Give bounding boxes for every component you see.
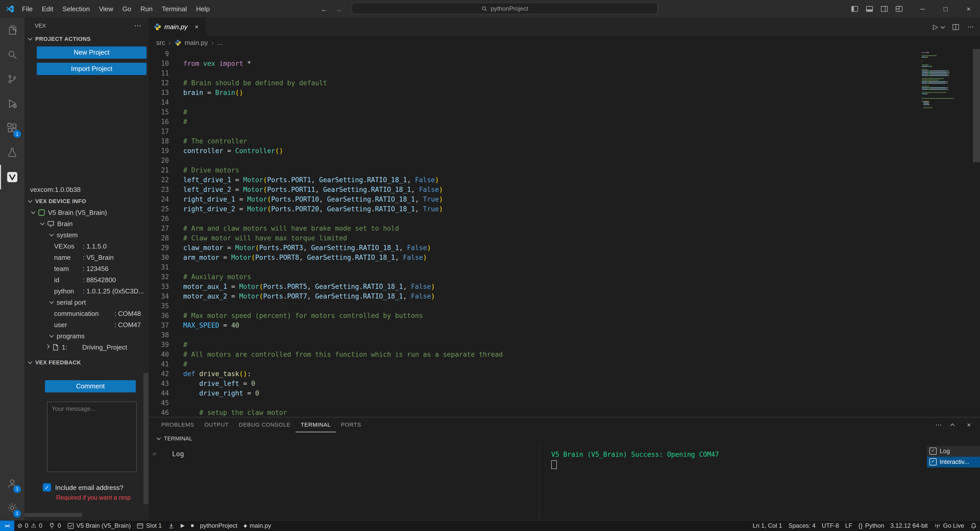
sidebar-horizontal-scrollbar[interactable]	[24, 513, 82, 517]
minimize-button[interactable]: ─	[911, 0, 934, 18]
code-line-32[interactable]: 32# Auxilary motors	[148, 272, 920, 282]
code-line-29[interactable]: 29claw_motor = Motor(Ports.PORT3, GearSe…	[148, 243, 920, 253]
split-editor-icon[interactable]	[952, 23, 959, 30]
code-line-43[interactable]: 43 drive_left = 0	[148, 379, 920, 388]
code-line-42[interactable]: 42def drive_task():	[148, 369, 920, 379]
tree-kv-communication[interactable]: communication: COM48	[24, 308, 148, 319]
vex-extension-icon[interactable]	[0, 165, 24, 189]
code-line-19[interactable]: 19controller = Controller()	[148, 146, 920, 156]
code-line-40[interactable]: 40# All motors are controlled from this …	[148, 350, 920, 359]
code-line-38[interactable]: 38	[148, 330, 920, 340]
code-line-12[interactable]: 12# Brain should be defined by default	[148, 78, 920, 88]
terminal-session-log[interactable]: ✓Log	[927, 446, 980, 456]
code-line-16[interactable]: 16#	[148, 117, 920, 127]
panel-tab-debug-console[interactable]: DEBUG CONSOLE	[234, 417, 296, 432]
code-line-18[interactable]: 18# The controller	[148, 136, 920, 146]
tree-kv-vexos[interactable]: VEXos: 1.1.5.0	[24, 240, 148, 251]
search-view-icon[interactable]	[0, 42, 24, 67]
indentation-status[interactable]: Spaces: 4	[785, 520, 819, 531]
project-name-status[interactable]: pythonProject	[197, 520, 240, 531]
panel-tab-ports[interactable]: PORTS	[336, 417, 366, 432]
code-line-45[interactable]: 45	[148, 398, 920, 408]
section-vex-device-info[interactable]: VEX DEVICE INFO	[24, 196, 148, 207]
download-program-button[interactable]	[165, 520, 178, 531]
terminal-section-header[interactable]: TERMINAL	[148, 432, 980, 445]
tree-kv-user[interactable]: user: COM47	[24, 319, 148, 330]
tree-node-programs[interactable]: programs	[24, 330, 148, 342]
panel-tab-problems[interactable]: PROBLEMS	[156, 417, 199, 432]
menu-go[interactable]: Go	[118, 5, 136, 13]
menu-selection[interactable]: Selection	[58, 5, 94, 13]
source-control-icon[interactable]	[0, 67, 24, 91]
vex-device-status[interactable]: V5 Brain (V5_Brain)	[64, 520, 134, 531]
panel-tab-terminal[interactable]: TERMINAL	[296, 417, 336, 432]
code-line-15[interactable]: 15#	[148, 107, 920, 117]
import-project-button[interactable]: Import Project	[37, 63, 146, 75]
breadcrumb-symbol[interactable]: ...	[217, 38, 223, 46]
code-line-41[interactable]: 41#	[148, 359, 920, 369]
run-python-file-button[interactable]: ▷	[933, 23, 944, 30]
run-program-button[interactable]: ▶	[178, 520, 188, 531]
settings-gear-icon[interactable]: 1	[0, 495, 24, 520]
code-line-27[interactable]: 27# Arm and claw motors will have brake …	[148, 224, 920, 233]
forward-icon[interactable]: →	[335, 5, 342, 13]
extensions-icon[interactable]: 1	[0, 116, 24, 140]
remote-indicator[interactable]: ><	[0, 520, 14, 531]
code-line-11[interactable]: 11	[148, 68, 920, 78]
python-interpreter-status[interactable]: 3.12.12 64-bit	[887, 520, 931, 531]
close-panel-icon[interactable]: ×	[967, 421, 971, 428]
editor-more-actions-icon[interactable]: ⋯	[967, 23, 974, 30]
new-project-button[interactable]: New Project	[37, 46, 146, 59]
notifications-bell-icon[interactable]	[967, 520, 980, 531]
menu-edit[interactable]: Edit	[37, 5, 58, 13]
accounts-icon[interactable]: 1	[0, 471, 24, 495]
code-line-36[interactable]: 36# Max motor speed (percent) for motors…	[148, 311, 920, 321]
code-line-9[interactable]: 9	[148, 49, 920, 59]
code-line-20[interactable]: 20	[148, 156, 920, 165]
breadcrumb-folder[interactable]: src	[156, 38, 165, 46]
tab-main-py[interactable]: main.py ×	[148, 18, 206, 36]
toggle-sidebar-icon[interactable]	[851, 5, 859, 13]
menu-help[interactable]: Help	[191, 5, 215, 13]
code-line-26[interactable]: 26	[148, 214, 920, 224]
tree-node-serial-port[interactable]: serial port	[24, 297, 148, 308]
section-vex-feedback[interactable]: VEX FEEDBACK	[24, 357, 148, 368]
include-email-checkbox[interactable]: ✓	[43, 483, 51, 491]
menu-view[interactable]: View	[94, 5, 118, 13]
stop-program-button[interactable]: ■	[188, 520, 197, 531]
code-line-39[interactable]: 39#	[148, 340, 920, 350]
code-line-46[interactable]: 46 # setup the claw motor	[148, 408, 920, 417]
active-file-status[interactable]: ◆ main.py	[240, 520, 274, 531]
cursor-position-status[interactable]: Ln 1, Col 1	[749, 520, 785, 531]
menu-file[interactable]: File	[18, 5, 37, 13]
tab-close-icon[interactable]: ×	[195, 23, 199, 30]
tree-node-system[interactable]: system	[24, 229, 148, 240]
code-line-34[interactable]: 34motor_aux_2 = Motor(Ports.PORT7, GearS…	[148, 291, 920, 301]
language-mode-status[interactable]: {} Python	[856, 520, 887, 531]
editor-scrollbar-thumb[interactable]	[973, 49, 980, 162]
close-button[interactable]: ×	[957, 0, 980, 18]
problems-status[interactable]: ⊘0 ⚠0	[14, 520, 45, 531]
tree-kv-python[interactable]: python: 1.0.1.25 (0x5C3D...	[24, 285, 148, 297]
tree-kv-team[interactable]: team: 123456	[24, 263, 148, 274]
minimap[interactable]	[920, 49, 973, 417]
go-live-button[interactable]: Go Live	[931, 520, 967, 531]
code-line-24[interactable]: 24right_drive_1 = Motor(Ports.PORT10, Ge…	[148, 194, 920, 204]
tree-program-slot-1[interactable]: 1:Driving_Project	[24, 342, 148, 353]
encoding-status[interactable]: UTF-8	[819, 520, 842, 531]
sidebar-more-icon[interactable]: ⋯	[134, 21, 142, 30]
comment-button[interactable]: Comment	[45, 380, 136, 393]
tree-node-v5-brain-v5-brain-[interactable]: V5 Brain (V5_Brain)	[24, 207, 148, 218]
code-line-33[interactable]: 33motor_aux_1 = Motor(Ports.PORT5, GearS…	[148, 282, 920, 291]
menu-run[interactable]: Run	[136, 5, 157, 13]
tree-kv-id[interactable]: id: 88542800	[24, 274, 148, 285]
code-editor[interactable]: 910from vex import *1112# Brain should b…	[148, 49, 920, 417]
slot-status[interactable]: Slot 1	[134, 520, 165, 531]
panel-more-actions-icon[interactable]: ⋯	[935, 421, 942, 428]
sidebar-vertical-scrollbar[interactable]	[143, 373, 148, 504]
code-line-44[interactable]: 44 drive_right = 0	[148, 388, 920, 398]
run-and-debug-icon[interactable]	[0, 91, 24, 116]
toggle-secondary-sidebar-icon[interactable]	[880, 5, 888, 13]
maximize-button[interactable]: □	[934, 0, 957, 18]
code-line-21[interactable]: 21# Drive motors	[148, 165, 920, 175]
